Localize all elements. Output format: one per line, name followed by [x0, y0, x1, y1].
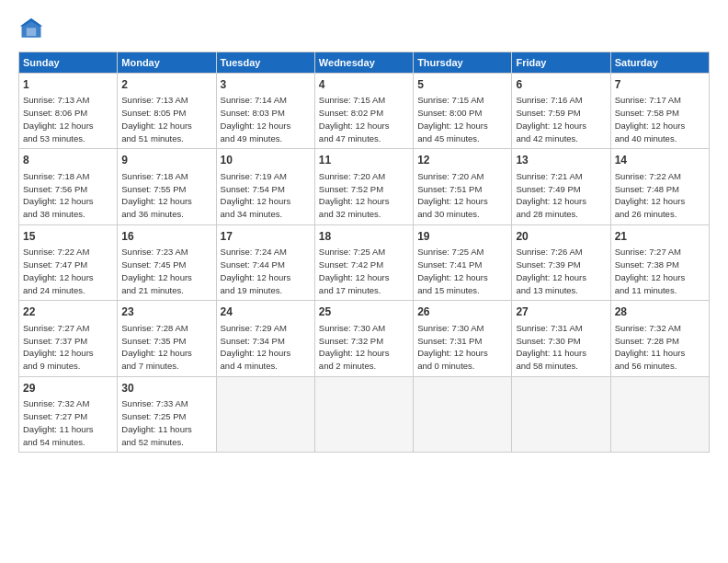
- day-number: 7: [615, 77, 705, 93]
- sunset: Sunset: 7:37 PM: [23, 336, 87, 346]
- calendar-week-row: 29Sunrise: 7:32 AMSunset: 7:27 PMDayligh…: [19, 376, 710, 452]
- sunset: Sunset: 7:41 PM: [417, 259, 482, 270]
- sunrise: Sunrise: 7:20 AM: [417, 171, 483, 181]
- calendar-day-cell: 2Sunrise: 7:13 AMSunset: 8:05 PMDaylight…: [118, 74, 216, 149]
- sunrise: Sunrise: 7:33 AM: [121, 398, 188, 408]
- sunrise: Sunrise: 7:16 AM: [516, 95, 582, 105]
- day-of-week-header: Friday: [512, 52, 610, 74]
- sunset: Sunset: 7:25 PM: [121, 411, 186, 421]
- calendar-day-cell: [216, 376, 314, 452]
- sunrise: Sunrise: 7:32 AM: [23, 398, 89, 408]
- daylight-hours: Daylight: 12 hours: [221, 196, 291, 206]
- daylight-minutes: and 36 minutes.: [121, 209, 184, 219]
- daylight-minutes: and 30 minutes.: [417, 209, 480, 219]
- day-of-week-header: Monday: [118, 52, 216, 74]
- daylight-hours: Daylight: 12 hours: [319, 272, 390, 282]
- sunrise: Sunrise: 7:27 AM: [23, 323, 89, 333]
- sunset: Sunset: 8:00 PM: [417, 108, 482, 118]
- calendar-day-cell: [414, 376, 512, 452]
- sunrise: Sunrise: 7:20 AM: [319, 171, 385, 181]
- sunset: Sunset: 7:38 PM: [615, 259, 679, 270]
- sunrise: Sunrise: 7:23 AM: [121, 247, 188, 257]
- sunset: Sunset: 7:49 PM: [516, 184, 580, 194]
- daylight-minutes: and 52 minutes.: [121, 437, 184, 447]
- sunset: Sunset: 7:54 PM: [221, 184, 285, 194]
- day-number: 17: [221, 229, 311, 245]
- day-number: 29: [23, 381, 113, 396]
- daylight-hours: Daylight: 11 hours: [615, 348, 686, 358]
- daylight-minutes: and 32 minutes.: [319, 209, 381, 219]
- day-number: 2: [121, 77, 211, 93]
- sunrise: Sunrise: 7:22 AM: [615, 171, 681, 181]
- logo-icon: [18, 17, 44, 42]
- day-number: 20: [516, 229, 606, 245]
- day-number: 12: [417, 153, 507, 168]
- daylight-hours: Daylight: 12 hours: [23, 272, 94, 282]
- calendar-day-cell: 14Sunrise: 7:22 AMSunset: 7:48 PMDayligh…: [610, 149, 709, 224]
- day-number: 15: [23, 229, 113, 245]
- daylight-minutes: and 24 minutes.: [23, 285, 85, 295]
- page: SundayMondayTuesdayWednesdayThursdayFrid…: [0, 0, 728, 462]
- daylight-hours: Daylight: 12 hours: [417, 272, 488, 282]
- calendar-day-cell: 10Sunrise: 7:19 AMSunset: 7:54 PMDayligh…: [216, 149, 314, 224]
- daylight-minutes: and 0 minutes.: [417, 361, 474, 371]
- daylight-minutes: and 26 minutes.: [615, 209, 677, 219]
- day-of-week-header: Sunday: [19, 52, 118, 74]
- daylight-minutes: and 49 minutes.: [221, 133, 283, 144]
- daylight-hours: Daylight: 12 hours: [417, 196, 488, 206]
- day-number: 16: [121, 229, 211, 245]
- sunrise: Sunrise: 7:14 AM: [221, 95, 287, 105]
- daylight-minutes: and 13 minutes.: [516, 285, 578, 295]
- daylight-hours: Daylight: 12 hours: [221, 348, 291, 358]
- calendar-day-cell: [512, 376, 610, 452]
- day-number: 5: [417, 77, 507, 93]
- calendar-day-cell: 17Sunrise: 7:24 AMSunset: 7:44 PMDayligh…: [216, 224, 314, 300]
- daylight-hours: Daylight: 12 hours: [516, 121, 586, 131]
- calendar-day-cell: 5Sunrise: 7:15 AMSunset: 8:00 PMDaylight…: [414, 74, 512, 149]
- sunset: Sunset: 7:32 PM: [319, 336, 383, 346]
- sunrise: Sunrise: 7:31 AM: [516, 323, 582, 333]
- sunrise: Sunrise: 7:19 AM: [221, 171, 287, 181]
- day-of-week-header: Tuesday: [216, 52, 314, 74]
- calendar-body: 1Sunrise: 7:13 AMSunset: 8:06 PMDaylight…: [19, 74, 710, 453]
- header: [18, 17, 710, 42]
- day-number: 1: [23, 77, 113, 93]
- sunset: Sunset: 7:55 PM: [121, 184, 186, 194]
- calendar-day-cell: 23Sunrise: 7:28 AMSunset: 7:35 PMDayligh…: [118, 301, 216, 376]
- calendar-day-cell: 29Sunrise: 7:32 AMSunset: 7:27 PMDayligh…: [19, 376, 118, 452]
- daylight-hours: Daylight: 12 hours: [417, 348, 488, 358]
- daylight-hours: Daylight: 12 hours: [221, 121, 291, 131]
- daylight-hours: Daylight: 12 hours: [615, 121, 686, 131]
- daylight-minutes: and 56 minutes.: [615, 361, 677, 371]
- calendar-day-cell: 8Sunrise: 7:18 AMSunset: 7:56 PMDaylight…: [19, 149, 118, 224]
- day-number: 18: [319, 229, 409, 245]
- day-number: 4: [319, 77, 409, 93]
- daylight-minutes: and 34 minutes.: [221, 209, 283, 219]
- calendar-day-cell: 26Sunrise: 7:30 AMSunset: 7:31 PMDayligh…: [414, 301, 512, 376]
- logo: [18, 17, 48, 42]
- daylight-hours: Daylight: 11 hours: [516, 348, 586, 358]
- sunset: Sunset: 7:30 PM: [516, 336, 580, 346]
- day-number: 9: [121, 153, 211, 168]
- daylight-hours: Daylight: 12 hours: [23, 348, 94, 358]
- sunrise: Sunrise: 7:17 AM: [615, 95, 681, 105]
- day-of-week-header: Saturday: [610, 52, 709, 74]
- sunrise: Sunrise: 7:22 AM: [23, 247, 89, 257]
- svg-rect-2: [27, 28, 37, 36]
- daylight-hours: Daylight: 12 hours: [417, 121, 488, 131]
- daylight-hours: Daylight: 12 hours: [121, 196, 192, 206]
- sunset: Sunset: 7:34 PM: [221, 336, 285, 346]
- daylight-minutes: and 40 minutes.: [615, 133, 677, 144]
- calendar-day-cell: 4Sunrise: 7:15 AMSunset: 8:02 PMDaylight…: [314, 74, 413, 149]
- calendar-week-row: 1Sunrise: 7:13 AMSunset: 8:06 PMDaylight…: [19, 74, 710, 149]
- calendar-day-cell: 25Sunrise: 7:30 AMSunset: 7:32 PMDayligh…: [314, 301, 413, 376]
- calendar-day-cell: 11Sunrise: 7:20 AMSunset: 7:52 PMDayligh…: [314, 149, 413, 224]
- day-number: 25: [319, 304, 409, 320]
- daylight-hours: Daylight: 12 hours: [121, 272, 192, 282]
- calendar-day-cell: 15Sunrise: 7:22 AMSunset: 7:47 PMDayligh…: [19, 224, 118, 300]
- sunset: Sunset: 8:06 PM: [23, 108, 87, 118]
- calendar-day-cell: [314, 376, 413, 452]
- sunrise: Sunrise: 7:13 AM: [23, 95, 89, 105]
- daylight-hours: Daylight: 12 hours: [615, 272, 686, 282]
- daylight-minutes: and 45 minutes.: [417, 133, 480, 144]
